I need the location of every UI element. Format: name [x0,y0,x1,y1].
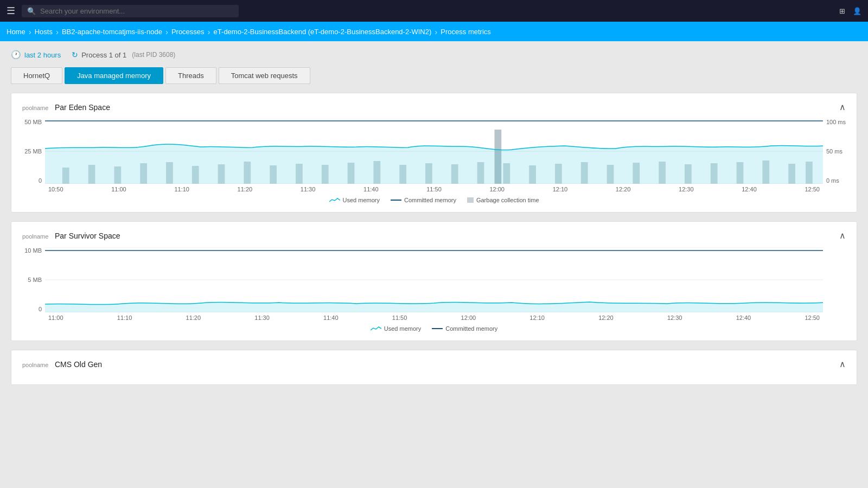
legend-committed-label-1: Committed memory [404,197,456,203]
tab-java-managed-memory[interactable]: Java managed memory [65,67,163,84]
y-right-mid-1: 50 ms [826,148,843,155]
x-axis-2: 11:00 11:10 11:20 11:30 11:40 11:50 12:0… [22,312,846,321]
search-input[interactable] [40,7,233,15]
chart-title-par-survivor: poolname Par Survivor Space [22,232,120,240]
legend-gc-1: Garbage collection time [467,197,539,203]
collapse-button-3[interactable]: ∧ [839,359,846,369]
breadcrumb-hosts[interactable]: Hosts [35,28,53,36]
legend-committed-label-2: Committed memory [445,325,497,332]
chart-2: 10 MB 5 MB 0 [22,247,846,332]
x-label: 11:50 [392,314,407,321]
chart-legend-1: Used memory Committed memory Garbage col… [22,197,846,203]
chart-main-1 [45,119,823,184]
legend-committed-1: Committed memory [391,197,456,203]
chart-1: 50 MB 25 MB 0 [22,119,846,203]
x-label: 12:40 [742,186,757,192]
chart-panel-par-eden-space: poolname Par Eden Space ∧ 50 MB 25 MB 0 [11,93,857,213]
time-badge[interactable]: 🕐 last 2 hours [11,50,61,60]
x-label: 11:00 [48,314,63,321]
user-icon[interactable]: 👤 [853,7,861,15]
x-label: 11:30 [254,314,270,321]
collapse-button-2[interactable]: ∧ [839,230,846,241]
y-left-top-2: 10 MB [24,247,42,254]
x-label: 10:50 [48,186,63,192]
chart-svg-wrapper-1: 50 MB 25 MB 0 [22,119,846,184]
x-label: 11:10 [117,314,132,321]
tab-tomcat-web-requests[interactable]: Tomcat web requests [219,67,310,84]
poolname-value-1: Par Eden Space [55,103,110,112]
chart-panel-par-survivor-space: poolname Par Survivor Space ∧ 10 MB 5 MB… [11,221,857,341]
chart-panel-cms-old-gen: poolname CMS Old Gen ∧ [11,350,857,385]
process-badge: ↻ Process 1 of 1 (last PID 3608) [72,50,175,59]
chart-legend-2: Used memory Committed memory [22,325,846,332]
x-label: 11:40 [363,186,379,192]
process-info-row: 🕐 last 2 hours ↻ Process 1 of 1 (last PI… [11,50,857,60]
collapse-button-1[interactable]: ∧ [839,102,846,112]
chart-header-par-survivor: poolname Par Survivor Space ∧ [22,230,846,241]
chart-main-2 [45,247,823,312]
time-label: last 2 hours [24,51,61,59]
chart-svg-wrapper-2: 10 MB 5 MB 0 [22,247,846,312]
x-label: 12:50 [805,186,820,192]
x-label: 11:00 [111,186,126,192]
x-label: 12:40 [736,314,751,321]
poolname-value-2: Par Survivor Space [55,232,120,240]
poolname-value-3: CMS Old Gen [55,360,102,369]
legend-used-icon-2 [371,325,381,332]
x-label: 12:20 [616,186,631,192]
legend-used-memory-1: Used memory [329,197,380,203]
legend-used-label-1: Used memory [343,197,380,203]
x-label: 12:30 [679,186,694,192]
x-label: 11:20 [238,186,253,192]
x-label: 12:00 [461,314,476,321]
poolname-label-2: poolname [22,233,48,240]
y-left-mid-1: 25 MB [24,148,42,155]
legend-used-icon-1 [329,197,340,203]
search-icon: 🔍 [27,7,36,15]
x-label: 12:00 [489,186,505,192]
process-label: Process 1 of 1 [81,51,126,59]
hamburger-icon[interactable]: ☰ [7,5,15,17]
legend-gc-label-1: Garbage collection time [476,197,539,203]
x-label: 12:30 [667,314,682,321]
breadcrumb-process-detail[interactable]: eT-demo-2-BusinessBackend (eT-demo-2-Bus… [214,28,432,36]
topbar: ☰ 🔍 ⊞ 👤 [0,0,868,22]
y-axis-left-2: 10 MB 5 MB 0 [22,247,45,312]
y-axis-left-1: 50 MB 25 MB 0 [22,119,45,184]
x-label: 11:30 [301,186,316,192]
legend-used-label-2: Used memory [384,325,421,332]
legend-committed-icon-1 [391,200,401,201]
poolname-label-1: poolname [22,105,48,111]
y-left-mid-2: 5 MB [28,277,42,283]
x-axis-1: 10:50 11:00 11:10 11:20 11:30 11:40 11:5… [22,184,846,192]
legend-committed-icon-2 [432,328,443,329]
breadcrumb-sep-0: › [29,27,31,36]
tab-threads[interactable]: Threads [165,67,216,84]
breadcrumb-sep-4: › [435,27,437,36]
y-right-top-1: 100 ms [826,119,846,125]
breadcrumb-sep-1: › [56,27,59,36]
breadcrumb-process-metrics[interactable]: Process metrics [441,28,490,36]
x-label: 11:20 [186,314,201,321]
y-right-bot-1: 0 ms [826,177,839,184]
chart-header-par-eden: poolname Par Eden Space ∧ [22,102,846,112]
x-label: 11:40 [323,314,339,321]
x-label: 12:50 [805,314,820,321]
chart-title-cms-old-gen: poolname CMS Old Gen [22,360,102,369]
chart-title-par-eden: poolname Par Eden Space [22,103,110,112]
x-label: 12:10 [529,314,545,321]
legend-committed-2: Committed memory [432,325,497,332]
windows-icon[interactable]: ⊞ [839,7,845,15]
legend-used-memory-2: Used memory [371,325,421,332]
breadcrumb-host-detail[interactable]: BB2-apache-tomcatjms-iis-node [62,28,162,36]
breadcrumb-processes[interactable]: Processes [171,28,205,36]
last-pid: (last PID 3608) [132,51,175,59]
tab-hornetq[interactable]: HornetQ [11,67,62,84]
breadcrumb-home[interactable]: Home [7,28,25,36]
breadcrumb-sep-2: › [165,27,168,36]
chart-header-cms-old-gen: poolname CMS Old Gen ∧ [22,359,846,369]
search-bar: 🔍 [22,5,239,17]
breadcrumb-sep-3: › [208,27,210,36]
tab-bar: HornetQ Java managed memory Threads Tomc… [11,67,857,84]
x-label: 12:20 [598,314,614,321]
